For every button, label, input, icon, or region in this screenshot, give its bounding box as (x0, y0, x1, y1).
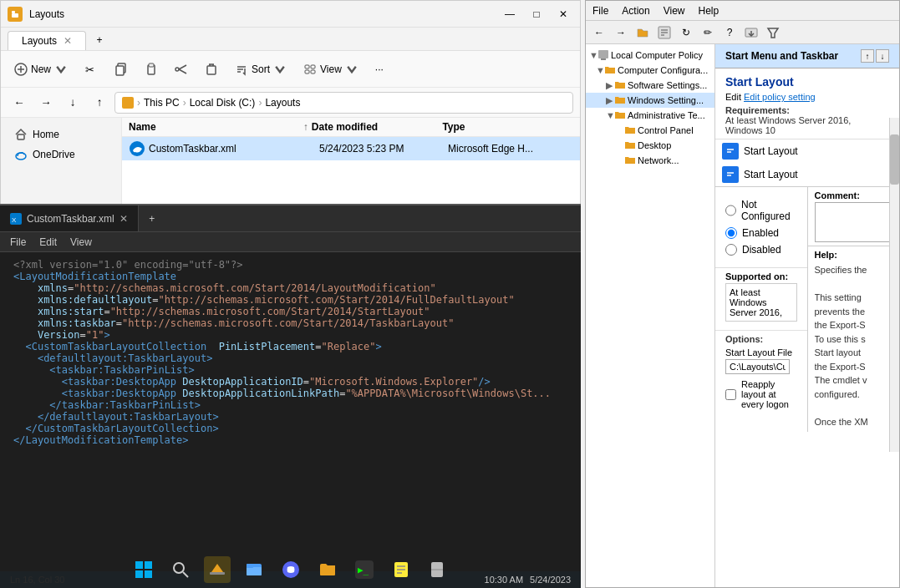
help-line-8: The cmdlet v (815, 373, 893, 388)
recent-button[interactable]: ↓ (61, 91, 84, 114)
back-button[interactable]: ← (8, 91, 31, 114)
radio-disabled-input[interactable] (725, 244, 737, 256)
taskbar-hat-button[interactable] (204, 556, 231, 583)
hat-icon (208, 560, 226, 579)
taskbar-search-button[interactable] (167, 556, 194, 583)
tab-close-icon[interactable]: ✕ (64, 35, 72, 47)
col-name-header[interactable]: Name (129, 121, 303, 133)
delete-button[interactable] (198, 59, 225, 79)
system-tray: 10:30 AM 5/24/2023 (485, 575, 571, 585)
up-button[interactable]: ↑ (88, 91, 111, 114)
editor-tab[interactable]: X CustomTaskbar.xml ✕ (0, 205, 139, 231)
close-button[interactable]: ✕ (553, 4, 573, 24)
radio-disabled[interactable]: Disabled (725, 244, 797, 256)
tree-item-software-settings[interactable]: ▶ Software Settings... (586, 78, 714, 93)
edge-icon (129, 140, 145, 157)
breadcrumb-local-disk[interactable]: Local Disk (C:) (190, 97, 256, 109)
tree-toggle-icon-ws: ▶ (606, 95, 614, 106)
taskbar-book-button[interactable] (425, 556, 451, 583)
new-tab-button[interactable]: + (89, 30, 109, 50)
comment-textarea[interactable] (815, 202, 893, 242)
maximize-button[interactable]: □ (526, 4, 547, 24)
breadcrumb-this-pc[interactable]: This PC (144, 97, 180, 109)
gpo-list-item-1[interactable]: Start Layout (715, 163, 899, 186)
forward-button[interactable]: → (34, 91, 58, 114)
gpo-filter-button[interactable] (763, 23, 783, 42)
breadcrumb-home-icon (122, 97, 134, 109)
terminal-icon: ▶_ (355, 560, 374, 579)
gpo-forward-button[interactable]: → (611, 23, 631, 42)
radio-enabled-label[interactable]: Enabled (742, 227, 779, 239)
tree-item-network[interactable]: Network... (586, 153, 714, 168)
search-icon (171, 560, 190, 579)
gpo-help-button[interactable]: ? (719, 23, 740, 42)
share-button[interactable] (168, 59, 195, 79)
gpo-menu-view[interactable]: View (664, 5, 685, 17)
radio-not-configured-input[interactable] (725, 205, 736, 216)
svg-rect-35 (210, 572, 225, 575)
layout-file-label: Start Layout File (725, 347, 797, 357)
cut-button[interactable]: ✂ (78, 59, 104, 79)
editor-content[interactable]: <?xml version="1.0" encoding="utf-8"?> <… (0, 252, 581, 571)
gpo-scrollbar-thumb[interactable] (890, 134, 899, 185)
gpo-folder-up-button[interactable] (633, 23, 653, 42)
radio-disabled-label[interactable]: Disabled (742, 244, 781, 256)
breadcrumb[interactable]: › This PC › Local Disk (C:) › Layouts (114, 92, 573, 114)
editor-window: X CustomTaskbar.xml ✕ + File Edit View <… (0, 204, 581, 588)
tree-item-desktop[interactable]: Desktop (586, 138, 714, 153)
gpo-menu-action[interactable]: Action (622, 5, 649, 17)
sort-button[interactable]: Sort (228, 59, 293, 79)
gpo-menu-help[interactable]: Help (699, 5, 719, 17)
layout-file-input[interactable] (725, 359, 790, 374)
editor-menu-edit[interactable]: Edit (39, 236, 57, 248)
file-row-0[interactable]: CustomTaskbar.xml 5/24/2023 5:23 PM Micr… (122, 137, 580, 160)
radio-not-configured-label[interactable]: Not Configured (741, 199, 797, 222)
tree-item-windows-settings[interactable]: ▶ Windows Setting... (586, 93, 714, 108)
col-type-header[interactable]: Type (442, 121, 573, 133)
gpo-menu-file[interactable]: File (592, 5, 608, 17)
gpo-properties-button[interactable] (654, 23, 674, 42)
explorer-tab[interactable]: Layouts ✕ (8, 31, 86, 50)
file-manager-icon (245, 560, 263, 579)
editor-new-tab-button[interactable]: + (142, 209, 162, 229)
copy-button[interactable] (108, 59, 135, 79)
gpo-export-button[interactable] (741, 23, 761, 42)
more-button[interactable]: ··· (369, 60, 390, 79)
windows-icon (135, 560, 153, 579)
editor-menu-view[interactable]: View (70, 236, 92, 248)
sidebar-item-home[interactable]: Home (4, 124, 118, 144)
breadcrumb-layouts[interactable]: Layouts (265, 97, 300, 109)
radio-not-configured[interactable]: Not Configured (725, 199, 797, 222)
taskbar-folder-button[interactable] (314, 556, 341, 583)
minimize-button[interactable]: — (500, 4, 520, 24)
tree-item-admin-templates[interactable]: ▼ Administrative Te... (586, 108, 714, 123)
paste-button[interactable] (138, 59, 165, 79)
panel-down-button[interactable]: ↓ (876, 49, 889, 63)
view-button[interactable]: View (297, 59, 365, 79)
reapply-label[interactable]: Reapply layout at every logon (741, 379, 797, 409)
edit-policy-link[interactable]: Edit policy setting (744, 92, 816, 102)
reapply-checkbox[interactable] (725, 389, 736, 400)
gpo-back-button[interactable]: ← (589, 23, 609, 42)
taskbar-discord-button[interactable] (277, 556, 304, 583)
gpo-edit-button[interactable]: ✏ (698, 23, 718, 42)
radio-enabled[interactable]: Enabled (725, 227, 797, 239)
taskbar-windows-button[interactable] (130, 556, 157, 583)
editor-tab-close[interactable]: ✕ (119, 213, 128, 225)
editor-menu-file[interactable]: File (10, 236, 26, 248)
taskbar-terminal-button[interactable]: ▶_ (351, 556, 378, 583)
taskbar-files-button[interactable] (241, 556, 267, 583)
gpo-scrollbar[interactable] (889, 118, 899, 452)
new-button[interactable]: New (8, 59, 74, 79)
radio-enabled-input[interactable] (725, 227, 737, 239)
gpo-list-item-0[interactable]: Start Layout (715, 139, 899, 163)
gpo-refresh-button[interactable]: ↻ (676, 23, 696, 42)
tree-item-computer-config[interactable]: ▼ Computer Configura... (586, 63, 714, 78)
sidebar-item-onedrive[interactable]: OneDrive (4, 144, 118, 165)
panel-up-button[interactable]: ↑ (861, 49, 874, 63)
tree-item-control-panel[interactable]: Control Panel (586, 123, 714, 138)
taskbar-notes-button[interactable] (388, 556, 414, 583)
tree-item-local-computer[interactable]: ▼ Local Computer Policy (586, 48, 714, 63)
svg-text:▶_: ▶_ (358, 565, 369, 575)
col-date-header[interactable]: Date modified (312, 121, 443, 133)
